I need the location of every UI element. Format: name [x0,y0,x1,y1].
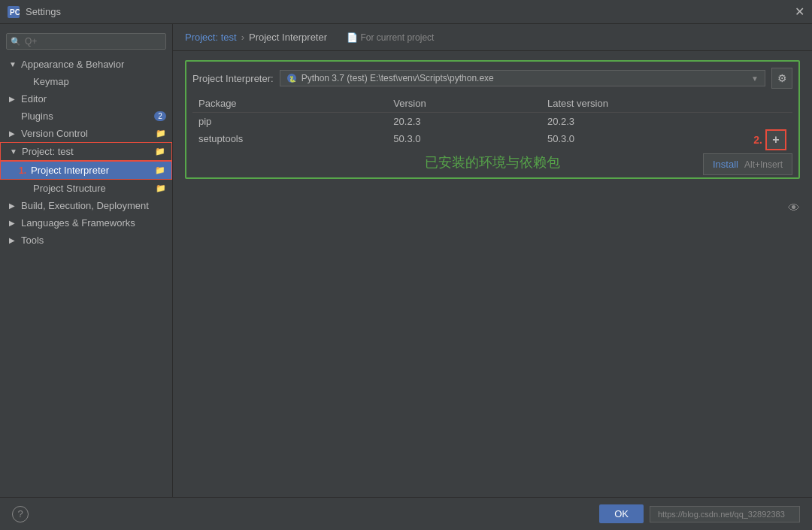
arrow-icon: ▶ [9,236,18,244]
arrow-icon: ▶ [9,219,18,227]
interpreter-text: Python 3.7 (test) E:\test\venv\Scripts\p… [301,73,747,83]
search-box[interactable]: 🔍 [6,33,166,50]
table-row[interactable]: setuptools 50.3.0 50.3.0 [192,130,792,147]
window-title: Settings [26,6,61,17]
breadcrumb-tab[interactable]: 📄 For current project [347,32,434,43]
sidebar-item-label: Build, Execution, Deployment [21,200,166,211]
svg-text:PC: PC [10,8,20,17]
sidebar-item-languages[interactable]: ▶ Languages & Frameworks [0,214,172,232]
arrow-spacer [21,184,30,192]
title-bar-left: PC Settings [8,6,61,18]
arrow-spacer [9,112,18,120]
gear-button[interactable]: ⚙ [771,68,792,89]
main-layout: 🔍 ▼ Appearance & Behavior Keymap ▶ Edito… [0,24,812,497]
search-input[interactable] [6,33,166,50]
sidebar-item-label: Appearance & Behavior [21,59,166,70]
svg-text:🐍: 🐍 [289,75,296,83]
tab-label: For current project [360,32,434,43]
sidebar-item-plugins[interactable]: Plugins 2 [0,108,172,125]
sidebar-item-label: Project Interpreter [31,165,152,176]
add-package-button[interactable]: + [765,129,786,150]
step-label-2: 2. [753,134,762,146]
breadcrumb-separator: › [241,32,244,43]
sidebar-item-label: Languages & Frameworks [21,217,166,229]
tab-icon: 📄 [347,32,358,43]
folder-icon: 📁 [156,183,166,193]
sidebar-item-label: Plugins [21,111,151,122]
title-bar: PC Settings ✕ [0,0,812,24]
arrow-icon: ▼ [9,60,18,68]
sidebar-item-tools[interactable]: ▶ Tools [0,232,172,249]
folder-icon: 📁 [155,147,165,156]
sidebar-item-label: Project Structure [33,183,153,194]
arrow-icon: ▶ [9,201,18,210]
sidebar-item-project-structure[interactable]: Project Structure 📁 [0,180,172,197]
sidebar-item-label: Version Control [21,128,153,139]
python-version: Python 3.7 (test) [301,73,370,83]
search-icon: 🔍 [11,37,21,47]
package-version: 50.3.0 [387,130,541,147]
package-name: setuptools [192,130,387,147]
eye-icon[interactable]: 👁 [788,201,800,214]
plugins-badge: 2 [154,111,166,121]
interpreter-section: Project Interpreter: 🐍 Python 3.7 (test)… [185,60,800,179]
sidebar-item-label: Editor [21,93,166,104]
package-version: 20.2.3 [387,113,541,131]
install-tooltip: Install Alt+Insert [703,153,792,175]
help-button[interactable]: ? [12,506,29,522]
folder-icon: 📁 [155,165,165,175]
col-header-package: Package [192,95,387,113]
sidebar: 🔍 ▼ Appearance & Behavior Keymap ▶ Edito… [0,24,173,497]
sidebar-item-version-control[interactable]: ▶ Version Control 📁 [0,125,172,142]
interpreter-row: Project Interpreter: 🐍 Python 3.7 (test)… [192,68,792,89]
col-header-latest: Latest version [541,95,792,113]
col-header-version: Version [387,95,541,113]
interpreter-dropdown[interactable]: 🐍 Python 3.7 (test) E:\test\venv\Scripts… [280,70,765,86]
sidebar-item-build-execution[interactable]: ▶ Build, Execution, Deployment [0,197,172,214]
bottom-right: OK https://blog.csdn.net/qq_32892383 [599,504,800,523]
folder-icon: 📁 [156,129,166,138]
bottom-bar: ? OK https://blog.csdn.net/qq_32892383 [0,497,812,530]
sidebar-item-appearance[interactable]: ▼ Appearance & Behavior [0,56,172,73]
settings-panel: Project Interpreter: 🐍 Python 3.7 (test)… [173,51,812,497]
url-bar: https://blog.csdn.net/qq_32892383 [650,506,800,522]
close-button[interactable]: ✕ [795,6,804,18]
content-area: Project: test › Project Interpreter 📄 Fo… [173,24,812,497]
step-label-1: 1. [19,165,26,176]
arrow-icon: ▼ [10,147,19,156]
ok-button[interactable]: OK [599,504,644,523]
bottom-left: ? [12,506,29,522]
add-btn-container: 2. + [753,129,786,150]
eye-icon-container: 👁 [788,201,800,215]
breadcrumb-current: Project Interpreter [249,32,327,43]
arrow-spacer [21,77,30,86]
app-icon: PC [8,6,20,18]
table-row[interactable]: pip 20.2.3 20.2.3 [192,113,792,131]
sidebar-item-project-interpreter[interactable]: 1. Project Interpreter 📁 [0,161,172,180]
install-button[interactable]: Install [713,159,738,170]
packages-table: Package Version Latest version pip 20.2.… [192,95,792,147]
python-path: E:\test\venv\Scripts\python.exe [370,73,494,83]
sidebar-item-project-test[interactable]: ▼ Project: test 📁 [0,142,172,161]
interpreter-label: Project Interpreter: [192,73,274,84]
package-name: pip [192,113,387,131]
arrow-icon: ▶ [9,129,18,138]
sidebar-item-label: Tools [21,235,166,246]
breadcrumb: Project: test › Project Interpreter 📄 Fo… [173,24,812,51]
sidebar-item-keymap[interactable]: Keymap [0,73,172,90]
sidebar-item-label: Project: test [22,146,152,157]
packages-container: 2. + Package Version Latest version [192,95,792,147]
breadcrumb-parent[interactable]: Project: test [185,32,237,43]
install-shortcut: Alt+Insert [744,159,783,170]
python-icon: 🐍 [286,73,297,83]
sidebar-item-label: Keymap [33,76,166,87]
dropdown-arrow-icon: ▼ [751,74,759,83]
package-latest: 20.2.3 [541,113,792,131]
sidebar-item-editor[interactable]: ▶ Editor [0,90,172,108]
arrow-icon: ▶ [9,95,18,103]
